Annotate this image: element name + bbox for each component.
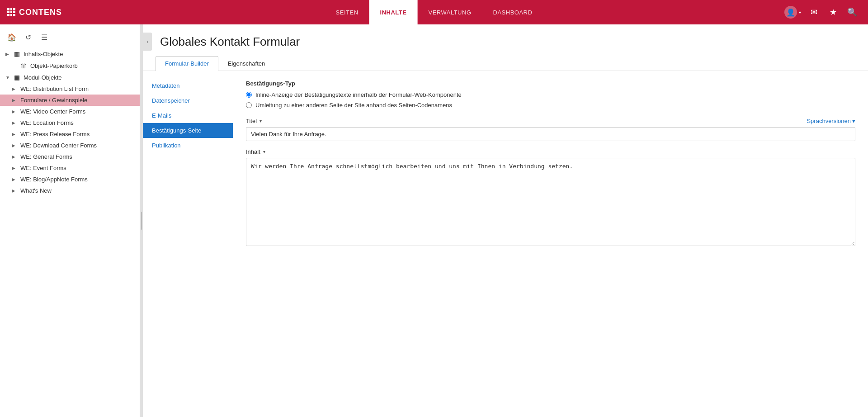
form-nav-e-mails[interactable]: E-Mails [143,108,233,123]
trash-icon: 🗑 [20,62,27,69]
titel-input[interactable] [246,127,855,141]
sidebar-item-label: Modul-Objekte [24,74,134,81]
bestaetigungs-typ-label: Bestätigungs-Typ [246,80,855,87]
tab-eigenschaften[interactable]: Eigenschaften [218,56,274,71]
sidebar-item-video-center-forms[interactable]: ▶ WE: Video Center Forms [0,106,140,117]
form-nav-datenspeicher[interactable]: Datenspeicher [143,93,233,108]
sidebar-item-label: WE: Video Center Forms [20,108,134,115]
tab-bar: Formular-Builder Eigenschaften [156,56,857,71]
sidebar-item-whats-new[interactable]: ▶ What's New [0,185,140,196]
sprachversionen-label: Sprachversionen [807,118,851,124]
sidebar-item-blog-appnote-forms[interactable]: ▶ WE: Blog/AppNote Forms [0,174,140,185]
page-title: Globales Kontakt Formular [160,35,300,49]
form-content: Bestätigungs-Typ Inline-Anzeige der Best… [233,71,868,417]
sidebar-item-location-forms[interactable]: ▶ WE: Location Forms [0,117,140,128]
star-icon-button[interactable]: ★ [825,4,842,21]
user-dropdown-arrow: ▾ [799,10,801,15]
sidebar-item-label: Inhalts-Objekte [24,51,134,57]
arrow-icon: ▶ [5,52,12,57]
sidebar-item-press-release-forms[interactable]: ▶ WE: Press Release Forms [0,128,140,140]
sidebar-item-label: WE: Download Center Forms [20,142,134,149]
form-nav-bestaetigungs-seite[interactable]: Bestätigungs-Seite [143,123,233,138]
nav-inhalte[interactable]: INHALTE [369,0,418,24]
sidebar-item-label: WE: Event Forms [20,165,134,171]
form-navigation: Metadaten Datenspeicher E-Mails Bestätig… [143,71,233,417]
nav-verwaltung[interactable]: VERWALTUNG [417,0,482,24]
tab-formular-builder[interactable]: Formular-Builder [156,56,218,71]
user-menu-button[interactable]: 👤 ▾ [782,4,804,21]
arrow-icon: ▼ [5,75,12,80]
sidebar-item-label: WE: Distribution List Form [20,85,134,92]
arrow-icon: ▶ [12,166,18,171]
radio-option-umleitung[interactable]: Umleitung zu einer anderen Seite der Sit… [246,102,855,109]
inhalt-dropdown-arrow[interactable]: ▾ [263,149,265,154]
inhalt-field-label: Inhalt ▾ [246,148,855,155]
sidebar-item-download-center-forms[interactable]: ▶ WE: Download Center Forms [0,140,140,151]
sidebar-item-general-forms[interactable]: ▶ WE: General Forms [0,151,140,162]
radio-inline[interactable] [246,92,252,98]
sidebar-item-label: WE: Location Forms [20,119,134,126]
sidebar-item-label: What's New [20,187,134,194]
inhalt-textarea[interactable]: Wir werden Ihre Anfrage schnellstmöglich… [246,158,855,246]
nav-dashboard[interactable]: DASHBOARD [482,0,543,24]
radio-option-inline[interactable]: Inline-Anzeige der Bestätigungstexte inn… [246,91,855,98]
top-navigation: CONTENS SEITEN INHALTE VERWALTUNG DASHBO… [0,0,868,24]
main-layout: 🏠 ↺ ☰ ▶ ▦ Inhalts-Objekte 🗑 Objekt-Papie… [0,24,868,417]
search-icon-button[interactable]: 🔍 [844,4,861,21]
radio-inline-label: Inline-Anzeige der Bestätigungstexte inn… [255,91,462,98]
content-area: ‹ Globales Kontakt Formular Formular-Bui… [143,24,868,417]
titel-label: Titel [246,118,257,124]
sidebar-item-formulare-gewinnspiele[interactable]: ▶ Formulare / Gewinnspiele [0,95,140,106]
mail-icon-button[interactable]: ✉ [806,4,823,21]
arrow-icon: ▶ [12,154,18,159]
sidebar-item-objekt-papierkorb[interactable]: 🗑 Objekt-Papierkorb [0,60,140,71]
inhalt-label: Inhalt [246,148,260,155]
sidebar-item-label: WE: Blog/AppNote Forms [20,176,134,183]
grid-icon: ▦ [14,50,20,57]
page-header: ‹ Globales Kontakt Formular Formular-Bui… [143,24,868,71]
arrow-icon: ▶ [12,177,18,182]
arrow-icon: ▶ [12,132,18,137]
user-avatar-icon: 👤 [784,6,797,19]
arrow-icon: ▶ [12,98,18,103]
home-button[interactable]: 🏠 [5,31,18,43]
radio-umleitung-label: Umleitung zu einer anderen Seite der Sit… [255,102,452,109]
grid-icon: ▦ [14,74,20,81]
sidebar-item-modul-objekte[interactable]: ▼ ▦ Modul-Objekte [0,71,140,83]
logo-text: CONTENS [19,8,62,17]
sprachversionen-button[interactable]: Sprachversionen ▾ [807,118,855,124]
titel-dropdown-arrow[interactable]: ▾ [259,118,262,123]
nav-seiten[interactable]: SEITEN [325,0,369,24]
collapse-sidebar-button[interactable]: ‹ [143,33,152,51]
arrow-icon: ▶ [12,143,18,148]
sidebar: 🏠 ↺ ☰ ▶ ▦ Inhalts-Objekte 🗑 Objekt-Papie… [0,24,140,417]
sprachversionen-arrow: ▾ [852,118,855,124]
menu-button[interactable]: ☰ [38,31,51,43]
sidebar-toolbar: 🏠 ↺ ☰ [0,28,140,48]
logo-grid-icon [7,8,15,16]
titel-field-label: Titel ▾ [246,118,807,124]
titel-header-row: Titel ▾ Sprachversionen ▾ [246,118,855,124]
sidebar-resize-handle[interactable] [140,24,143,417]
radio-group-bestaetigungs-typ: Inline-Anzeige der Bestätigungstexte inn… [246,91,855,109]
page-title-row: ‹ Globales Kontakt Formular [156,33,857,51]
sidebar-item-event-forms[interactable]: ▶ WE: Event Forms [0,162,140,174]
arrow-icon: ▶ [12,109,18,114]
nav-right: 👤 ▾ ✉ ★ 🔍 [782,4,861,21]
sidebar-item-label: Objekt-Papierkorb [30,62,134,69]
arrow-icon: ▶ [12,86,18,91]
sidebar-item-inhalts-objekte[interactable]: ▶ ▦ Inhalts-Objekte [0,48,140,60]
sidebar-item-label: WE: Press Release Forms [20,131,134,137]
logo[interactable]: CONTENS [7,8,62,17]
refresh-button[interactable]: ↺ [22,31,34,43]
inner-layout: Metadaten Datenspeicher E-Mails Bestätig… [143,71,868,417]
nav-center: SEITEN INHALTE VERWALTUNG DASHBOARD [325,0,543,24]
form-nav-publikation[interactable]: Publikation [143,138,233,153]
sidebar-item-label: Formulare / Gewinnspiele [20,97,134,104]
arrow-icon: ▶ [12,188,18,193]
radio-umleitung[interactable] [246,102,252,108]
sidebar-item-distribution-list-form[interactable]: ▶ WE: Distribution List Form [0,83,140,95]
arrow-icon: ▶ [12,120,18,125]
form-nav-metadaten[interactable]: Metadaten [143,78,233,93]
sidebar-item-label: WE: General Forms [20,153,134,160]
